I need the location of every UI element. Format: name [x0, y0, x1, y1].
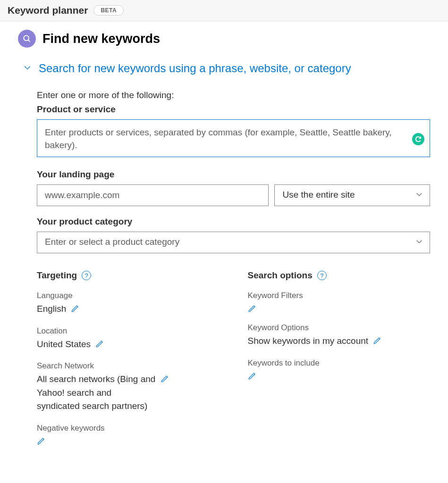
settings-columns: Targeting ? Language English Location: [37, 270, 430, 456]
network-label: Search Network: [37, 361, 220, 371]
location-setting: Location United States: [37, 326, 220, 351]
keyword-filters-label: Keyword Filters: [248, 291, 431, 300]
edit-pencil-icon[interactable]: [248, 304, 256, 313]
help-icon[interactable]: ?: [82, 271, 91, 280]
edit-pencil-icon[interactable]: [248, 372, 256, 380]
help-icon[interactable]: ?: [317, 271, 327, 280]
targeting-column: Targeting ? Language English Location: [37, 270, 220, 456]
search-options-header: Search options ?: [248, 270, 431, 281]
product-input[interactable]: [37, 119, 430, 157]
edit-pencil-icon[interactable]: [71, 304, 79, 313]
category-select[interactable]: Enter or select a product category: [37, 232, 430, 253]
category-label: Your product category: [37, 217, 430, 227]
negative-keywords-setting: Negative keywords: [37, 424, 220, 445]
product-label: Product or service: [37, 104, 430, 115]
search-options-title: Search options: [248, 270, 313, 281]
page-header: Find new keywords: [18, 30, 430, 48]
location-label: Location: [37, 326, 220, 336]
svg-point-0: [24, 35, 29, 41]
edit-pencil-icon[interactable]: [373, 336, 381, 345]
language-label: Language: [37, 291, 220, 300]
edit-pencil-icon[interactable]: [161, 375, 169, 383]
keyword-options-label: Keyword Options: [248, 323, 431, 333]
section-title: Search for new keywords using a phrase, …: [39, 62, 351, 75]
edit-pencil-icon[interactable]: [37, 437, 45, 445]
page-title: Find new keywords: [42, 32, 160, 46]
form-area: Enter one or more of the following: Prod…: [18, 90, 430, 456]
network-value: All search networks (Bing and Yahoo! sea…: [37, 373, 156, 413]
language-value: English: [37, 302, 66, 316]
location-value: United States: [37, 338, 91, 351]
beta-badge: BETA: [93, 5, 124, 16]
site-scope-select[interactable]: Use the entire site: [274, 184, 430, 206]
category-placeholder: Enter or select a product category: [37, 232, 430, 253]
targeting-title: Targeting: [37, 270, 77, 281]
landing-input[interactable]: [37, 184, 269, 206]
section-toggle[interactable]: Search for new keywords using a phrase, …: [23, 62, 430, 75]
svg-line-1: [28, 40, 30, 42]
grammarly-icon[interactable]: [412, 133, 424, 145]
content-area: Find new keywords Search for new keyword…: [0, 21, 448, 470]
landing-label: Your landing page: [37, 169, 430, 180]
landing-row: Use the entire site: [37, 184, 430, 206]
negative-keywords-label: Negative keywords: [37, 424, 220, 433]
app-title: Keyword planner: [8, 5, 88, 16]
keyword-options-setting: Keyword Options Show keywords in my acco…: [248, 323, 431, 348]
edit-pencil-icon[interactable]: [95, 340, 104, 348]
search-icon: [18, 30, 36, 48]
targeting-header: Targeting ?: [37, 270, 220, 281]
language-setting: Language English: [37, 291, 220, 316]
keywords-include-label: Keywords to include: [248, 358, 431, 368]
product-field-wrap: [37, 119, 430, 159]
site-scope-value: Use the entire site: [274, 184, 430, 206]
search-options-column: Search options ? Keyword Filters Keyword…: [248, 270, 431, 456]
chevron-down-icon: [23, 63, 32, 74]
form-instruction: Enter one or more of the following:: [37, 90, 430, 100]
top-bar: Keyword planner BETA: [0, 0, 448, 21]
keyword-options-value: Show keywords in my account: [248, 334, 369, 348]
keyword-filters-setting: Keyword Filters: [248, 291, 431, 313]
keywords-include-setting: Keywords to include: [248, 358, 431, 380]
network-setting: Search Network All search networks (Bing…: [37, 361, 220, 413]
